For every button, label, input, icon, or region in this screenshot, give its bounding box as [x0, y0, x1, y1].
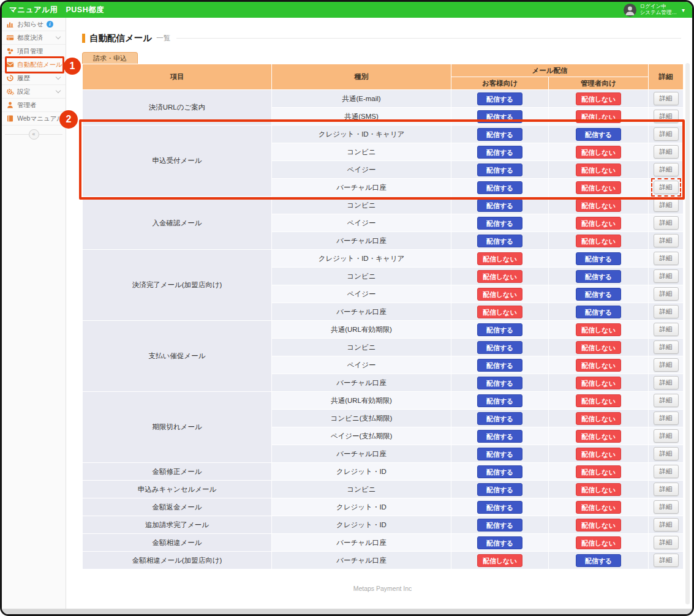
admin-send-button[interactable]: 配信する: [576, 252, 621, 265]
admin-no-send-button[interactable]: 配信しない: [576, 181, 621, 194]
customer-send-button[interactable]: 配信する: [477, 163, 522, 176]
detail-button[interactable]: 詳細: [654, 145, 679, 159]
detail-button[interactable]: 詳細: [654, 216, 679, 230]
tab-billing-application[interactable]: 請求・申込: [82, 52, 138, 64]
customer-send-button[interactable]: 配信する: [477, 377, 522, 389]
detail-button[interactable]: 詳細: [654, 252, 679, 265]
detail-button[interactable]: 詳細: [654, 269, 679, 283]
customer-send-button[interactable]: 配信する: [477, 359, 522, 372]
admin-no-send-button[interactable]: 配信しない: [576, 323, 621, 336]
detail-button[interactable]: 詳細: [654, 500, 679, 514]
detail-button[interactable]: 詳細: [654, 376, 679, 389]
detail-button[interactable]: 詳細: [654, 536, 679, 549]
detail-button[interactable]: 詳細: [654, 554, 679, 567]
customer-no-send-button[interactable]: 配信しない: [477, 252, 522, 265]
customer-send-button[interactable]: 配信する: [477, 519, 522, 531]
customer-send-button[interactable]: 配信する: [477, 146, 522, 159]
admin-no-send-button[interactable]: 配信しない: [576, 483, 621, 496]
customer-send-button[interactable]: 配信する: [477, 448, 522, 460]
detail-button[interactable]: 詳細: [654, 323, 679, 336]
admin-no-send-button[interactable]: 配信しない: [576, 110, 621, 123]
customer-send-button[interactable]: 配信する: [477, 110, 522, 123]
detail-button[interactable]: 詳細: [654, 518, 679, 531]
customer-send-button[interactable]: 配信する: [477, 465, 522, 478]
customer-send-button[interactable]: 配信する: [477, 199, 522, 212]
detail-button[interactable]: 詳細: [654, 92, 679, 105]
admin-no-send-button[interactable]: 配信しない: [576, 519, 621, 531]
customer-send-button[interactable]: 配信する: [477, 181, 522, 194]
customer-send-button[interactable]: 配信する: [477, 394, 522, 407]
admin-send-button[interactable]: 配信する: [576, 554, 621, 567]
detail-button[interactable]: 詳細: [654, 483, 679, 496]
admin-no-send-button[interactable]: 配信しない: [576, 163, 621, 176]
customer-send-button[interactable]: 配信する: [477, 128, 522, 141]
admin-no-send-button[interactable]: 配信しない: [576, 501, 621, 514]
customer-send-button[interactable]: 配信する: [477, 92, 522, 105]
detail-button[interactable]: 詳細: [654, 394, 679, 407]
admin-no-send-button[interactable]: 配信しない: [576, 394, 621, 407]
sidebar-item-settings[interactable]: 設定: [2, 85, 66, 99]
admin-no-send-button[interactable]: 配信しない: [576, 217, 621, 230]
detail-button[interactable]: 詳細: [654, 234, 679, 247]
type-cell: コンビニ: [272, 268, 451, 285]
admin-no-send-button[interactable]: 配信しない: [576, 412, 621, 425]
detail-button[interactable]: 詳細: [654, 181, 679, 194]
detail-button[interactable]: 詳細: [654, 411, 679, 425]
detail-button[interactable]: 詳細: [654, 163, 679, 176]
table-row: 決済完了メール(加盟店向け)クレジット・ID・キャリア配信しない配信する詳細: [83, 250, 684, 268]
customer-no-send-button[interactable]: 配信しない: [477, 270, 522, 283]
detail-button[interactable]: 詳細: [654, 429, 679, 443]
sidebar-item-admin[interactable]: 管理者: [2, 99, 66, 112]
horizontal-scrollbar[interactable]: [2, 609, 692, 614]
detail-button[interactable]: 詳細: [654, 465, 679, 478]
detail-button[interactable]: 詳細: [654, 340, 679, 354]
sidebar-item-auto-mail[interactable]: 自動配信メール: [2, 58, 66, 72]
admin-no-send-button[interactable]: 配信しない: [576, 465, 621, 478]
sidebar-item-history[interactable]: 履歴: [2, 72, 66, 85]
type-cell: バーチャル口座: [272, 374, 451, 392]
admin-no-send-button[interactable]: 配信しない: [576, 430, 621, 443]
customer-send-button[interactable]: 配信する: [477, 323, 522, 336]
sidebar-collapse-button[interactable]: «: [29, 129, 39, 140]
admin-no-send-button[interactable]: 配信しない: [576, 146, 621, 159]
admin-no-send-button[interactable]: 配信しない: [576, 235, 621, 247]
sidebar-item-item-management[interactable]: 項目管理: [2, 45, 66, 58]
admin-no-send-button[interactable]: 配信しない: [576, 448, 621, 460]
customer-send-button[interactable]: 配信する: [477, 217, 522, 230]
customer-send-button[interactable]: 配信する: [477, 536, 522, 549]
detail-button[interactable]: 詳細: [654, 305, 679, 318]
admin-delivery-cell: 配信しない: [549, 374, 649, 392]
detail-button[interactable]: 詳細: [654, 127, 679, 141]
admin-delivery-cell: 配信する: [549, 126, 649, 143]
customer-send-button[interactable]: 配信する: [477, 483, 522, 496]
admin-no-send-button[interactable]: 配信しない: [576, 359, 621, 372]
user-menu[interactable]: ログイン中 システム管理… ▾: [624, 2, 685, 18]
customer-no-send-button[interactable]: 配信しない: [477, 288, 522, 301]
sidebar-item-news[interactable]: お知らせi: [2, 18, 66, 31]
admin-no-send-button[interactable]: 配信しない: [576, 377, 621, 389]
admin-no-send-button[interactable]: 配信しない: [576, 92, 621, 105]
sidebar-item-web-manual[interactable]: Webマニュアル: [2, 112, 66, 126]
customer-send-button[interactable]: 配信する: [477, 501, 522, 514]
customer-send-button[interactable]: 配信する: [477, 235, 522, 247]
customer-send-button[interactable]: 配信する: [477, 430, 522, 443]
customer-send-button[interactable]: 配信する: [477, 412, 522, 425]
admin-no-send-button[interactable]: 配信しない: [576, 199, 621, 212]
admin-send-button[interactable]: 配信する: [576, 306, 621, 318]
admin-send-button[interactable]: 配信する: [576, 270, 621, 283]
detail-button[interactable]: 詳細: [654, 287, 679, 301]
admin-no-send-button[interactable]: 配信しない: [576, 341, 621, 354]
customer-no-send-button[interactable]: 配信しない: [477, 306, 522, 318]
detail-button[interactable]: 詳細: [654, 198, 679, 212]
admin-send-button[interactable]: 配信する: [576, 128, 621, 141]
sidebar-item-tsudo-kessai[interactable]: 都度決済: [2, 31, 66, 45]
customer-send-button[interactable]: 配信する: [477, 341, 522, 354]
vertical-scrollbar[interactable]: [685, 63, 690, 604]
detail-button[interactable]: 詳細: [654, 110, 679, 123]
detail-cell: 詳細: [649, 445, 684, 463]
detail-button[interactable]: 詳細: [654, 447, 679, 460]
customer-no-send-button[interactable]: 配信しない: [477, 554, 522, 567]
admin-send-button[interactable]: 配信する: [576, 288, 621, 301]
detail-button[interactable]: 詳細: [654, 358, 679, 372]
admin-no-send-button[interactable]: 配信しない: [576, 536, 621, 549]
